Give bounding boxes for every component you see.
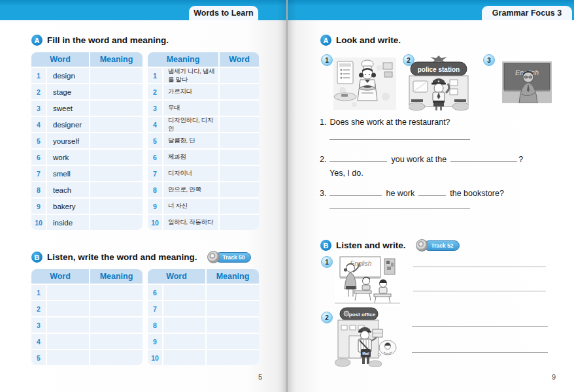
section-a-badge: A xyxy=(31,35,42,46)
mail-bag-text: Mail xyxy=(362,351,369,355)
question-text: the bookstore? xyxy=(450,189,504,198)
answer-line[interactable] xyxy=(329,208,470,209)
word-input-cell[interactable] xyxy=(163,285,205,300)
right-page: A Look and write. 1 2 3 police xyxy=(287,0,574,392)
writing-line[interactable] xyxy=(412,325,548,327)
word-input-cell[interactable] xyxy=(220,101,259,116)
question-3: 3. he work the bookstore? xyxy=(320,187,504,198)
item-number-3: 3 xyxy=(483,54,495,66)
section-b-title: Listen and write. xyxy=(336,240,406,250)
word-input-cell[interactable] xyxy=(220,133,259,148)
writing-line[interactable] xyxy=(413,290,546,291)
row-number: 5 xyxy=(148,133,162,148)
row-number: 9 xyxy=(148,199,162,214)
row-number: 2 xyxy=(31,84,46,99)
row-number: 2 xyxy=(31,301,46,316)
meaning-input-cell[interactable] xyxy=(90,68,143,83)
meaning-input-cell[interactable] xyxy=(90,166,143,181)
word-cell: bakery xyxy=(47,199,89,214)
meaning-cell: 무대 xyxy=(163,101,218,116)
meaning-input-cell[interactable] xyxy=(207,318,259,333)
answer-blank[interactable] xyxy=(329,153,387,162)
row-number: 6 xyxy=(148,150,162,165)
track-label: Track 52 xyxy=(424,240,460,251)
row-number: 9 xyxy=(31,199,46,214)
word-input-cell[interactable] xyxy=(220,215,259,230)
meaning-cell: 디자이너 xyxy=(163,166,218,181)
meaning-input-cell[interactable] xyxy=(90,334,143,349)
meaning-input-cell[interactable] xyxy=(90,350,143,365)
column-header-word: Word xyxy=(31,52,89,67)
word-input-cell[interactable] xyxy=(163,301,205,316)
question-text: you work at the xyxy=(391,155,447,164)
meaning-input-cell[interactable] xyxy=(207,350,259,365)
meaning-input-cell[interactable] xyxy=(90,215,143,230)
cd-icon xyxy=(207,251,220,263)
row-number: 6 xyxy=(31,150,46,165)
row-number: 10 xyxy=(148,215,162,230)
item-number-2: 2 xyxy=(321,312,333,323)
meaning-cell: 디자인하다, 디자인 xyxy=(163,117,218,132)
meaning-input-cell[interactable] xyxy=(207,334,259,349)
word-input-cell[interactable] xyxy=(220,182,259,197)
row-number: 3 xyxy=(31,318,46,333)
meaning-input-cell[interactable] xyxy=(90,133,143,148)
word-input-cell[interactable] xyxy=(47,334,89,349)
word-input-cell[interactable] xyxy=(220,84,259,99)
row-number: 1 xyxy=(148,68,162,83)
meaning-input-cell[interactable] xyxy=(90,318,143,333)
section-a-title: Fill in the word and meaning. xyxy=(47,35,169,45)
section-a-header: A Look and write. xyxy=(320,35,401,46)
audio-track-badge[interactable]: Track 50 xyxy=(207,251,251,263)
meaning-input-cell[interactable] xyxy=(90,182,143,197)
section-b-header: B Listen, write the word and meaning. Tr… xyxy=(31,251,251,263)
meaning-input-cell[interactable] xyxy=(207,285,259,300)
writing-line[interactable] xyxy=(412,351,548,353)
answer-blank[interactable] xyxy=(450,153,517,162)
meaning-input-cell[interactable] xyxy=(90,199,143,214)
column-header-meaning: Meaning xyxy=(148,52,218,67)
word-input-cell[interactable] xyxy=(220,150,259,165)
row-number: 1 xyxy=(31,285,46,300)
writing-line[interactable] xyxy=(413,266,546,267)
answer-blank[interactable] xyxy=(329,187,382,196)
row-number: 9 xyxy=(148,334,162,349)
page-number-left: 5 xyxy=(258,373,262,381)
meaning-input-cell[interactable] xyxy=(90,301,143,316)
word-input-cell[interactable] xyxy=(47,301,89,316)
word-cell: design xyxy=(47,68,89,83)
question-1: 1. Does she work at the restaurant? xyxy=(320,118,450,127)
row-number: 4 xyxy=(148,117,162,132)
word-input-cell[interactable] xyxy=(220,117,259,132)
question-2: 2. you work at the ? xyxy=(320,153,523,164)
word-input-cell[interactable] xyxy=(163,318,205,333)
meaning-input-cell[interactable] xyxy=(90,84,143,99)
column-header-word: Word xyxy=(220,52,259,67)
word-input-cell[interactable] xyxy=(163,334,205,349)
meaning-input-cell[interactable] xyxy=(90,285,143,300)
row-number: 10 xyxy=(31,215,46,230)
answer-line[interactable] xyxy=(329,139,470,140)
meaning-input-cell[interactable] xyxy=(207,301,259,316)
meaning-input-cell[interactable] xyxy=(90,101,143,116)
word-input-cell[interactable] xyxy=(220,199,259,214)
meaning-input-cell[interactable] xyxy=(90,117,143,132)
word-input-cell[interactable] xyxy=(47,285,89,300)
word-cell: sweet xyxy=(47,101,89,116)
tab-grammar-focus-3[interactable]: Grammar Focus 3 xyxy=(482,6,572,20)
word-input-cell[interactable] xyxy=(47,318,89,333)
column-header-meaning: Meaning xyxy=(90,52,143,67)
audio-track-badge[interactable]: Track 52 xyxy=(416,239,460,252)
question-number: 1. xyxy=(320,118,326,127)
row-number: 5 xyxy=(31,133,46,148)
word-input-cell[interactable] xyxy=(47,350,89,365)
item-number-1: 1 xyxy=(321,256,333,268)
meaning-cell: 안으로, 안쪽 xyxy=(163,182,218,197)
tab-words-to-learn[interactable]: Words to Learn xyxy=(189,6,258,20)
word-input-cell[interactable] xyxy=(220,166,259,181)
question-2-answer: Yes, I do. xyxy=(329,169,363,178)
meaning-input-cell[interactable] xyxy=(90,150,143,165)
word-input-cell[interactable] xyxy=(163,350,205,365)
answer-blank[interactable] xyxy=(418,187,446,196)
word-input-cell[interactable] xyxy=(220,68,259,83)
